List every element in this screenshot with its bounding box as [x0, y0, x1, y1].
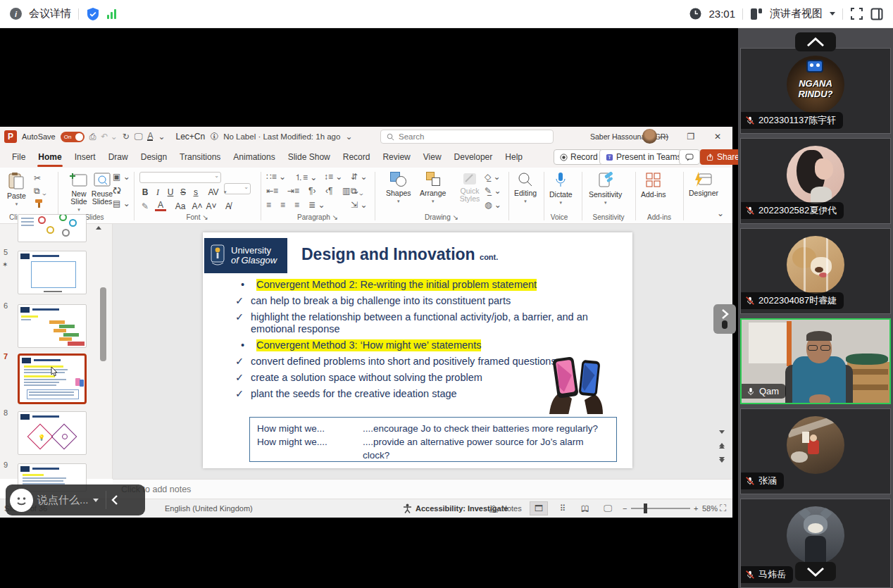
shape-fill-icon[interactable]: ◇̲ ⌄: [485, 172, 501, 182]
network-signal-icon[interactable]: [107, 9, 116, 19]
editing-button[interactable]: Editing▾: [514, 172, 537, 204]
numbering-icon[interactable]: ⒈≡ ⌄: [294, 172, 317, 184]
format-painter-icon[interactable]: [34, 199, 45, 208]
emoji-button[interactable]: [10, 489, 33, 512]
change-case-button[interactable]: Aa: [172, 201, 189, 211]
bold-button[interactable]: B: [139, 187, 151, 197]
align-center-icon[interactable]: ≡: [280, 200, 285, 210]
view-mode-caret-icon[interactable]: [830, 12, 835, 15]
reset-slide-icon[interactable]: 🗘: [113, 186, 121, 196]
close-button[interactable]: ✕: [707, 128, 728, 145]
thumbnail-slide-7-selected[interactable]: [18, 354, 87, 404]
chat-placeholder[interactable]: 说点什么...: [37, 494, 89, 507]
participant-tile[interactable]: 张涵: [740, 408, 891, 494]
dialog-launcher-icon[interactable]: ↘: [332, 213, 338, 221]
chat-input-bar[interactable]: 说点什么...: [6, 484, 145, 515]
tab-home[interactable]: Home: [32, 149, 68, 165]
notes-toggle-button[interactable]: Notes: [501, 504, 522, 513]
quick-access-customize-icon[interactable]: ⌄: [158, 132, 165, 142]
font-size-combo[interactable]: [224, 183, 251, 194]
tab-animations[interactable]: Animations: [227, 149, 281, 165]
thumbnails-scrollbar[interactable]: [100, 287, 106, 361]
participant-tile[interactable]: NGANA RINDU? 2023301137陈宇轩: [740, 48, 891, 134]
tab-view[interactable]: View: [417, 149, 448, 165]
designer-button[interactable]: Designer: [689, 172, 718, 197]
copy-icon[interactable]: ⧉ ⌄: [34, 186, 46, 196]
increase-indent-icon[interactable]: ⇥≡: [287, 186, 299, 196]
record-button[interactable]: Record: [554, 149, 604, 165]
section-icon[interactable]: ▤ ⌄: [113, 199, 130, 208]
italic-button[interactable]: I: [152, 187, 163, 198]
cut-icon[interactable]: ✂: [34, 173, 41, 183]
tab-help[interactable]: Help: [499, 149, 529, 165]
font-color-icon[interactable]: A: [147, 132, 153, 141]
collapse-chat-chevron-icon[interactable]: [111, 494, 119, 506]
meeting-info-icon[interactable]: i: [10, 8, 22, 20]
zoom-slider-track[interactable]: [631, 508, 690, 509]
strikethrough-button[interactable]: S: [177, 187, 189, 197]
sort-icon[interactable]: ⇵ ⌄: [351, 172, 367, 182]
scroll-down-icon[interactable]: [719, 430, 725, 434]
character-spacing-button[interactable]: AV: [204, 187, 223, 197]
participant-tile[interactable]: 2022302582夏伊代: [740, 138, 891, 224]
highlight-pen-icon[interactable]: ✎: [139, 201, 151, 211]
language-status[interactable]: English (United Kingdom): [165, 504, 253, 513]
clear-formatting-button[interactable]: A̸: [223, 201, 234, 211]
thumbnails-scroll-up-icon[interactable]: [96, 225, 101, 230]
notes-pane[interactable]: Click to add notes: [113, 479, 732, 499]
sidebar-collapse-handle[interactable]: [713, 304, 736, 334]
thumbnail-slide-6[interactable]: [18, 304, 87, 348]
autosave-toggle[interactable]: On: [61, 132, 85, 142]
restore-button[interactable]: ❐: [680, 128, 701, 145]
thumbnail-slide-4[interactable]: [18, 214, 87, 242]
side-panel-toggle-icon[interactable]: [870, 8, 883, 20]
paste-button[interactable]: Paste▾: [7, 172, 26, 207]
tab-developer[interactable]: Developer: [448, 149, 499, 165]
chat-options-caret-icon[interactable]: [93, 499, 99, 502]
addins-button[interactable]: Add-ins: [641, 172, 666, 199]
tab-slideshow[interactable]: Slide Show: [282, 149, 337, 165]
fullscreen-icon[interactable]: [850, 7, 863, 20]
save-icon[interactable]: ⎙: [89, 132, 96, 142]
convert-icon[interactable]: ⇲ ⌄: [351, 200, 367, 210]
smartart-icon[interactable]: ⧉ ⌄: [351, 186, 363, 196]
underline-button[interactable]: U: [165, 187, 176, 197]
label-status-caret-icon[interactable]: ⌄: [345, 132, 352, 142]
spacing-caret-icon[interactable]: ▾: [224, 189, 227, 195]
scroll-participants-down-button[interactable]: [795, 562, 836, 581]
quick-styles-button[interactable]: Quick Styles: [455, 172, 485, 203]
slide-layout-icon[interactable]: ▣ ⌄: [113, 172, 130, 182]
view-mode-label[interactable]: 演讲者视图: [770, 7, 823, 20]
security-shield-icon[interactable]: [86, 7, 100, 21]
tab-design[interactable]: Design: [135, 149, 173, 165]
tab-file[interactable]: File: [6, 149, 32, 165]
align-text-icon[interactable]: ‹¶: [325, 186, 332, 196]
sensitivity-button[interactable]: Sensitivity▾: [589, 172, 622, 206]
font-name-combo[interactable]: [139, 172, 221, 183]
text-shadow-button[interactable]: s̲: [190, 187, 201, 197]
zoom-level[interactable]: 58%: [702, 504, 718, 513]
tab-transitions[interactable]: Transitions: [173, 149, 227, 165]
reading-view-button[interactable]: 🕮: [576, 501, 594, 515]
redo-icon[interactable]: ↻: [123, 132, 130, 142]
shape-effects-icon[interactable]: ◍ ⌄: [485, 200, 501, 210]
zoom-out-button[interactable]: −: [623, 504, 627, 513]
fit-slide-to-window-icon[interactable]: ⛶: [720, 503, 726, 514]
sensitivity-label-icon[interactable]: 🛈: [210, 132, 218, 142]
undo-icon[interactable]: ↶ ⌄: [101, 132, 117, 142]
dictate-button[interactable]: Dictate▾: [549, 172, 573, 206]
ppt-search-box[interactable]: Search: [380, 130, 554, 144]
shape-outline-icon[interactable]: ✎̲ ⌄: [485, 186, 501, 196]
normal-view-button[interactable]: 🗖: [530, 501, 548, 515]
tab-review[interactable]: Review: [376, 149, 416, 165]
slide-sorter-view-button[interactable]: ⠿: [554, 501, 572, 515]
tab-record[interactable]: Record: [337, 149, 377, 165]
speaker-view-icon[interactable]: [750, 8, 763, 20]
zoom-in-button[interactable]: +: [694, 504, 698, 513]
thumbnail-slide-8[interactable]: 💡: [18, 411, 87, 455]
previous-slide-button[interactable]: [719, 442, 725, 449]
grow-font-button[interactable]: A˄: [192, 201, 203, 211]
present-in-teams-button[interactable]: TPresent in Teams: [599, 149, 688, 165]
label-status[interactable]: No Label · Last Modified: 1h ago: [223, 132, 340, 141]
comments-button[interactable]: [679, 149, 700, 165]
